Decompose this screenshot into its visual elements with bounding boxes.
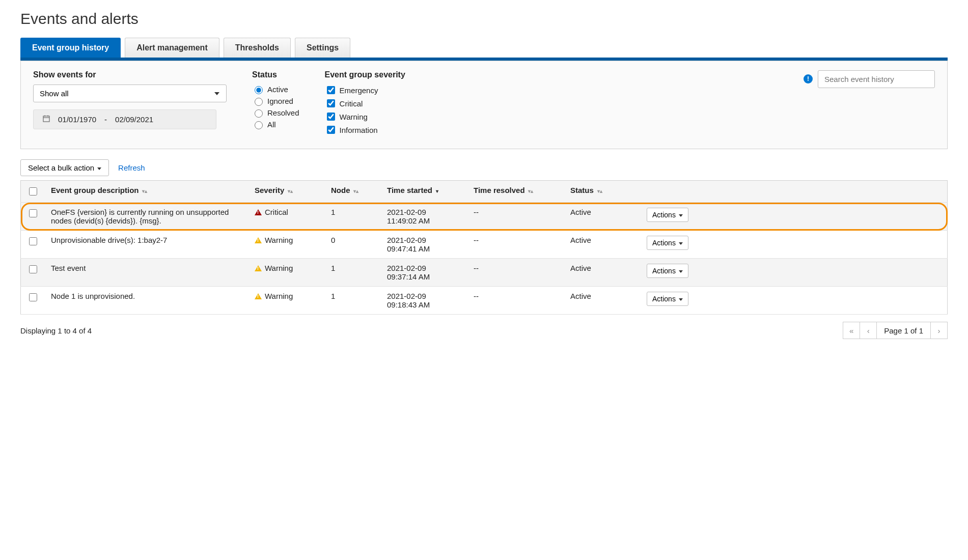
tab-settings[interactable]: Settings (295, 38, 350, 58)
col-time-started[interactable]: Time started ▾ (381, 181, 467, 203)
search-input[interactable] (818, 70, 935, 88)
sort-icon: ▾▴ (286, 188, 293, 194)
severity-filter-label: Event group severity (325, 70, 405, 79)
table-footer: Displaying 1 to 4 of 4 « ‹ Page 1 of 1 › (20, 322, 948, 339)
displaying-text: Displaying 1 to 4 of 4 (20, 326, 92, 335)
date-start: 01/01/1970 (58, 115, 96, 124)
tab-bar: Event group history Alert management Thr… (20, 38, 948, 61)
cell-time-started: 2021-02-0909:47:41 AM (381, 231, 467, 259)
cell-description: Test event (45, 259, 248, 287)
svg-rect-0 (43, 116, 49, 122)
cell-node: 1 (325, 287, 381, 315)
events-table: Event group description ▾▴ Severity ▾▴ N… (20, 180, 948, 315)
col-time-resolved[interactable]: Time resolved ▾▴ (467, 181, 564, 203)
sort-down-icon: ▾ (434, 188, 438, 194)
table-row: Test event Warning12021-02-0909:37:14 AM… (21, 259, 948, 287)
row-actions-button[interactable]: Actions (647, 208, 688, 222)
warning-icon (255, 293, 262, 299)
warning-icon (255, 237, 262, 243)
cell-description: Unprovisionable drive(s): 1:bay2-7 (45, 231, 248, 259)
sort-icon: ▾▴ (352, 188, 359, 194)
status-radio-all[interactable]: All (252, 120, 299, 129)
tab-alert-management[interactable]: Alert management (125, 38, 219, 58)
cell-node: 1 (325, 259, 381, 287)
show-events-label: Show events for (33, 70, 227, 79)
cell-time-started: 2021-02-0909:18:43 AM (381, 287, 467, 315)
row-actions-button[interactable]: Actions (647, 264, 688, 278)
col-severity[interactable]: Severity ▾▴ (248, 181, 325, 203)
filter-panel: Show events for Show all 01/01/1970 - 02… (20, 61, 948, 149)
status-radio-resolved[interactable]: Resolved (252, 108, 299, 118)
table-toolbar: Select a bulk action Refresh (20, 159, 948, 176)
pager-prev-button[interactable]: ‹ (860, 322, 877, 339)
sort-icon: ▾▴ (596, 188, 602, 194)
cell-severity: Warning (248, 231, 325, 259)
table-row: Unprovisionable drive(s): 1:bay2-7 Warni… (21, 231, 948, 259)
select-all-checkbox[interactable] (29, 187, 37, 195)
status-radio-active[interactable]: Active (252, 85, 299, 94)
tab-event-group-history[interactable]: Event group history (20, 38, 121, 58)
warning-icon (255, 265, 262, 271)
severity-check-critical[interactable]: Critical (325, 98, 405, 109)
info-icon[interactable]: ! (804, 74, 813, 83)
row-checkbox[interactable] (29, 209, 37, 217)
date-end: 02/09/2021 (115, 115, 153, 124)
col-status[interactable]: Status ▾▴ (564, 181, 641, 203)
cell-severity: Warning (248, 259, 325, 287)
cell-severity: Critical (248, 203, 325, 231)
bulk-action-button[interactable]: Select a bulk action (20, 159, 109, 176)
cell-description: OneFS {version} is currently running on … (45, 203, 248, 231)
tab-thresholds[interactable]: Thresholds (224, 38, 291, 58)
date-range-picker[interactable]: 01/01/1970 - 02/09/2021 (33, 109, 216, 129)
sort-icon: ▾▴ (527, 188, 534, 194)
pager-next-button[interactable]: › (930, 322, 948, 339)
col-description[interactable]: Event group description ▾▴ (45, 181, 248, 203)
pager: « ‹ Page 1 of 1 › (843, 322, 948, 339)
cell-status: Active (564, 203, 641, 231)
cell-time-resolved: -- (467, 231, 564, 259)
cell-status: Active (564, 287, 641, 315)
calendar-icon (43, 115, 50, 124)
cell-time-resolved: -- (467, 287, 564, 315)
sort-icon: ▾▴ (141, 188, 148, 194)
cell-time-resolved: -- (467, 259, 564, 287)
table-row: OneFS {version} is currently running on … (21, 203, 948, 231)
row-actions-button[interactable]: Actions (647, 236, 688, 250)
cell-node: 1 (325, 203, 381, 231)
row-actions-button[interactable]: Actions (647, 292, 688, 306)
row-checkbox[interactable] (29, 237, 37, 245)
cell-description: Node 1 is unprovisioned. (45, 287, 248, 315)
status-radio-ignored[interactable]: Ignored (252, 96, 299, 106)
severity-check-information[interactable]: Information (325, 124, 405, 135)
pager-first-button[interactable]: « (843, 322, 860, 339)
severity-check-warning[interactable]: Warning (325, 111, 405, 122)
critical-icon (255, 209, 262, 215)
cell-time-resolved: -- (467, 203, 564, 231)
cell-time-started: 2021-02-0909:37:14 AM (381, 259, 467, 287)
pager-label: Page 1 of 1 (876, 322, 931, 339)
table-row: Node 1 is unprovisioned. Warning12021-02… (21, 287, 948, 315)
show-events-select[interactable]: Show all (33, 85, 227, 102)
cell-status: Active (564, 231, 641, 259)
cell-status: Active (564, 259, 641, 287)
cell-node: 0 (325, 231, 381, 259)
date-sep: - (104, 115, 107, 124)
row-checkbox[interactable] (29, 293, 37, 301)
severity-check-emergency[interactable]: Emergency (325, 85, 405, 96)
page-title: Events and alerts (20, 10, 948, 27)
status-filter-label: Status (252, 70, 299, 79)
cell-severity: Warning (248, 287, 325, 315)
row-checkbox[interactable] (29, 265, 37, 273)
refresh-link[interactable]: Refresh (118, 163, 145, 172)
cell-time-started: 2021-02-0911:49:02 AM (381, 203, 467, 231)
col-node[interactable]: Node ▾▴ (325, 181, 381, 203)
